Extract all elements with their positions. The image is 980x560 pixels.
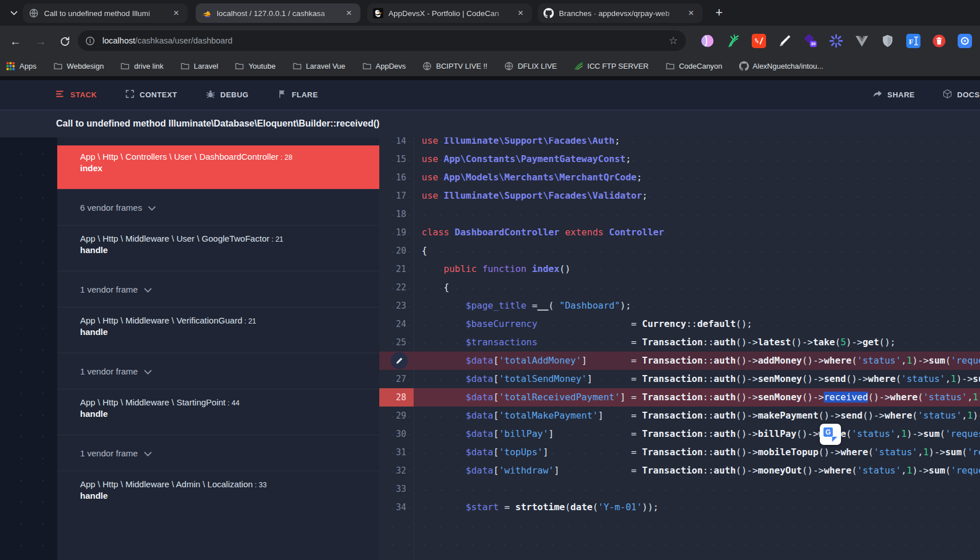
mantis-extension-icon[interactable] <box>724 32 741 49</box>
shield-extension-icon[interactable] <box>879 32 896 49</box>
bookmark-item[interactable]: Apps <box>6 61 37 71</box>
tab-close-button[interactable]: × <box>170 7 182 19</box>
forward-button[interactable]: → <box>32 33 49 50</box>
tab-debug[interactable]: DEBUG <box>206 80 248 109</box>
code-text: public function index() <box>422 260 570 278</box>
folder-icon <box>120 61 130 71</box>
tab-label: STACK <box>70 90 97 99</box>
code-line: 19class DashboardController extends Cont… <box>379 223 980 242</box>
line-number: 21 <box>379 260 414 278</box>
bookmark-label: Laravel <box>194 62 219 70</box>
folder-icon <box>665 61 675 71</box>
frame-line-number: : 21 <box>269 235 283 243</box>
stack-frame[interactable]: App \ Http \ Middleware \ User \ GoogleT… <box>57 225 379 271</box>
google-translate-icon[interactable]: G <box>820 424 841 445</box>
tab-close-button[interactable]: × <box>685 7 697 19</box>
vendor-frames-toggle[interactable]: 1 vendor frame <box>57 435 379 471</box>
docs-icon <box>943 89 952 100</box>
info-icon[interactable] <box>85 36 95 46</box>
line-number: 16 <box>379 168 414 187</box>
browser-tab[interactable]: Call to undefined method Illumi× <box>23 3 188 23</box>
browser-tab[interactable]: AppDevsX - Portfolio | CodeCan× <box>367 3 532 23</box>
code-text: $page_title =__( "Dashboard"); <box>422 297 631 315</box>
error-main: App \ Http \ Controllers \ User \ Dashbo… <box>0 137 980 560</box>
frame-path: App \ Http \ Middleware \ StartingPoint … <box>80 389 379 407</box>
stack-frames-panel: App \ Http \ Controllers \ User \ Dashbo… <box>57 137 379 560</box>
github-icon <box>543 8 554 18</box>
fonts-extension-icon[interactable]: F <box>904 32 922 49</box>
palette-extension-icon[interactable] <box>699 32 716 49</box>
browser-tab[interactable]: Branches · appdevsx/qrpay-web× <box>538 3 703 23</box>
bookmark-item[interactable]: AppDevs <box>362 61 406 71</box>
chevron-down-icon <box>144 366 152 376</box>
bookmark-item[interactable]: CodeCanyon <box>665 61 723 71</box>
chevron-down-icon[interactable] <box>7 7 21 18</box>
line-number: 27 <box>379 370 414 388</box>
bookmark-label: Laravel Vue <box>306 62 346 70</box>
bookmark-item[interactable]: DFLIX LIVE <box>504 61 557 71</box>
stack-frame-active[interactable]: App \ Http \ Controllers \ User \ Dashbo… <box>57 145 379 189</box>
stack-frame[interactable]: App \ Http \ Middleware \ VerificationGu… <box>57 307 379 353</box>
globe-icon <box>422 61 432 71</box>
tab-title: AppDevsX - Portfolio | CodeCan <box>388 9 515 18</box>
folder-icon <box>362 61 372 71</box>
line-number: 29 <box>379 407 414 425</box>
back-button[interactable]: ← <box>7 33 24 50</box>
browser-tab[interactable]: localhost / 127.0.0.1 / cashkasa× <box>196 3 360 23</box>
docs-button[interactable]: DOCS <box>943 80 980 109</box>
share-button[interactable]: SHARE <box>873 80 915 109</box>
bookmark-item[interactable]: Youtube <box>235 61 275 71</box>
eyedropper-extension-icon[interactable] <box>776 32 793 49</box>
trash-extension-icon[interactable] <box>930 32 947 49</box>
tab-context[interactable]: CONTEXT <box>125 80 177 109</box>
code-line: 21 public function index() <box>379 260 980 278</box>
address-bar[interactable]: localhost/cashkasa/user/dashboard ☆ <box>78 30 686 51</box>
apps-grid-icon <box>6 61 15 71</box>
bookmark-item[interactable]: Webdesign <box>53 61 104 71</box>
stack-frame[interactable]: App \ Http \ Middleware \ Admin \ Locali… <box>57 471 379 516</box>
vendor-frames-toggle[interactable]: 1 vendor frame <box>57 353 379 389</box>
bookmark-item[interactable]: Laravel Vue <box>292 61 346 71</box>
reload-button[interactable] <box>56 33 73 50</box>
stack-frame[interactable]: App \ Http \ Middleware \ StartingPoint … <box>57 389 379 435</box>
bookmark-star-icon[interactable]: ☆ <box>669 34 678 47</box>
bookmark-item[interactable]: BCIPTV LIVE !! <box>422 61 487 71</box>
bookmark-item[interactable]: ICC FTP SERVER <box>574 61 649 71</box>
code-line: 34 $start = strtotime(date('Y-m-01')); <box>379 498 980 516</box>
line-number: 34 <box>379 498 414 516</box>
vendor-frames-toggle[interactable]: 1 vendor frame <box>57 271 379 307</box>
code-line: 20{ <box>379 242 980 260</box>
vpn-extension-icon[interactable]: 30 <box>802 32 819 49</box>
folder-icon <box>235 61 244 71</box>
vue-extension-icon[interactable] <box>853 32 870 49</box>
line-number: 17 <box>379 187 414 205</box>
tab-flare[interactable]: FLARE <box>277 80 318 109</box>
tab-close-button[interactable]: × <box>515 7 526 19</box>
tab-stack[interactable]: STACK <box>56 80 97 109</box>
code-line: 30 $data['billPay'] = Transaction::auth(… <box>379 425 980 443</box>
tab-close-button[interactable]: × <box>343 7 355 19</box>
tab-label: DEBUG <box>220 90 248 99</box>
url-text: localhost/cashkasa/user/dashboard <box>102 36 232 45</box>
blue-app-extension-icon[interactable] <box>956 32 973 49</box>
bookmark-item[interactable]: AlexNguetcha/intou... <box>739 61 824 71</box>
new-tab-button[interactable]: + <box>711 5 728 22</box>
frame-path: App \ Http \ Controllers \ User \ Dashbo… <box>80 145 379 161</box>
folder-icon <box>53 61 63 71</box>
line-number: 20 <box>379 242 414 260</box>
svg-text:%: % <box>755 37 759 44</box>
frame-line-number: : 44 <box>225 399 239 407</box>
sidebar-spacer <box>57 137 379 145</box>
error-page: STACKCONTEXTDEBUGFLARE SHARE DOCS Call t… <box>0 76 980 560</box>
spinner-extension-icon[interactable] <box>827 32 844 49</box>
pencil-edit-icon[interactable] <box>391 352 408 369</box>
tab-label: CONTEXT <box>140 90 177 99</box>
vendor-frames-toggle[interactable]: 6 vendor frames <box>57 189 379 225</box>
line-number: 24 <box>379 315 414 333</box>
code-extension-icon[interactable]: % <box>750 32 767 49</box>
code-text: $data['topUps'] = Transaction::auth()->m… <box>422 443 980 462</box>
bookmark-item[interactable]: drive link <box>120 61 163 71</box>
frame-method: handle <box>80 327 379 337</box>
share-icon <box>873 89 882 100</box>
bookmark-item[interactable]: Laravel <box>180 61 219 71</box>
